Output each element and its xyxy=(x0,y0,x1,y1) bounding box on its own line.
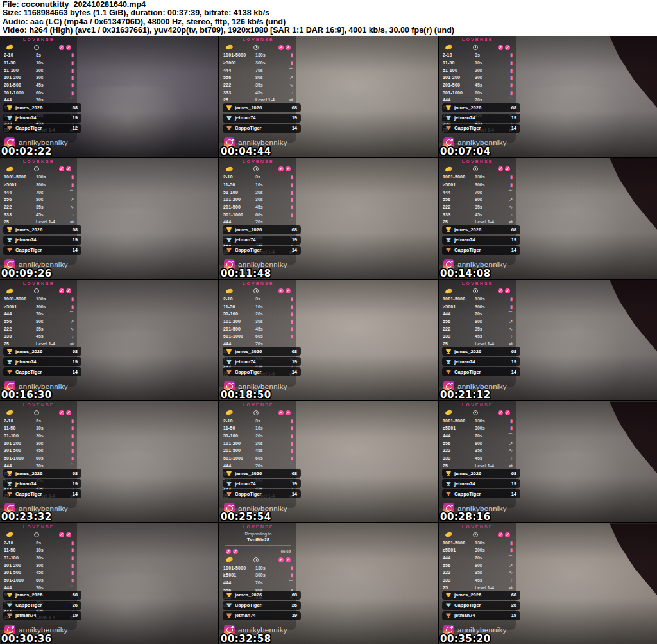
leaderboard-row: james_202668 xyxy=(442,591,520,600)
tip-duration-value: 45s xyxy=(255,448,278,453)
tip-duration-value: Level 1-4 xyxy=(255,98,278,102)
tip-amount-label: 333 xyxy=(443,456,475,460)
tip-menu-row: 55680s↗ xyxy=(443,318,513,326)
vibration-intensity-icon: ▮ xyxy=(510,419,513,423)
tip-duration-value: 70s xyxy=(36,586,59,590)
file-info-header: File: coconutkitty_202410281640.mp4 Size… xyxy=(0,0,657,36)
tip-duration-value: 300s xyxy=(475,304,498,309)
vibration-intensity-icon: ▮ xyxy=(71,441,74,446)
tip-duration-value: 10s xyxy=(475,60,498,65)
tip-duration-value: 45s xyxy=(475,213,498,217)
vibration-intensity-icon: ▮ xyxy=(71,182,74,187)
leaderboard-username: james_2026 xyxy=(235,592,288,598)
tip-menu-icon-row xyxy=(223,408,293,417)
tip-duration-value: 60s xyxy=(255,456,278,460)
leaderboard-username: jetman74 xyxy=(454,613,508,618)
token-coin-icon xyxy=(6,532,14,538)
tip-menu-row: 201-50045s▮ xyxy=(4,447,74,455)
tip-duration-value: 35s xyxy=(475,448,498,453)
file-info-line-audio: Audio: aac (LC) (mp4a / 0x6134706D), 480… xyxy=(3,18,657,26)
tip-menu-row: 11-5010s▮ xyxy=(223,424,293,432)
leaderboard-username: CappoTiger xyxy=(235,247,288,253)
leaderboard-score: 68 xyxy=(292,471,297,476)
vibration-pattern-icon: ⌒ xyxy=(289,464,293,468)
tip-menu-row: 11-5010s▮ xyxy=(4,59,74,67)
trophy-icon xyxy=(446,370,451,374)
leaderboard-username: jetman74 xyxy=(15,359,69,365)
no-photo-icon xyxy=(59,410,64,415)
tip-amount-label: 2-10 xyxy=(223,419,255,423)
tip-duration-value: 45s xyxy=(36,570,59,575)
tip-menu-icon-row xyxy=(4,43,74,51)
tip-duration-value: Level 1-4 xyxy=(475,342,498,346)
no-photo-icon xyxy=(59,532,64,537)
tip-duration-value: 10s xyxy=(36,60,59,65)
tip-menu-icon-row xyxy=(223,43,293,51)
vibration-intensity-icon: ▮ xyxy=(510,83,513,87)
tip-amount-label: 222 xyxy=(223,83,255,87)
tip-menu-row: 51-10020s▮ xyxy=(223,310,293,318)
vibration-intensity-icon: ▮ xyxy=(71,433,74,438)
leaderboard-username: james_2026 xyxy=(235,349,288,354)
tip-menu-row: 44470s⌒ xyxy=(223,579,293,587)
tip-amount-label: 1001-5000 xyxy=(223,566,255,570)
tip-amount-label: ≥5001 xyxy=(443,304,475,309)
leaderboard-score: 19 xyxy=(511,359,516,365)
tip-menu-row: 2-103s▮ xyxy=(223,173,293,181)
tipper-leaderboard: james_202668jetman7419CappoTiger14 xyxy=(442,347,520,376)
tip-duration-value: 10s xyxy=(36,426,59,430)
leaderboard-username: james_2026 xyxy=(454,105,508,110)
video-thumbnail: LOVENSE 2-103s▮11-5010s▮51-10020s▮101-20… xyxy=(219,158,438,279)
leaderboard-row: CappoTiger26 xyxy=(3,601,81,610)
trophy-icon xyxy=(226,105,232,110)
tip-duration-value: 70s xyxy=(475,555,498,560)
tip-amount-label: 2-10 xyxy=(4,419,36,423)
leaderboard-row: jetman7419 xyxy=(442,611,520,620)
tip-menu-rows: 1001-5000130s▮≥5001300s▮44470s⌒55680s↗22… xyxy=(443,173,513,226)
tip-duration-value: 80s xyxy=(255,75,278,80)
leaderboard-row: james_202668 xyxy=(442,347,520,356)
tip-amount-label: 51-100 xyxy=(4,68,36,73)
tip-amount-label: 556 xyxy=(443,319,475,324)
leaderboard-row: james_202668 xyxy=(223,347,301,356)
vibration-intensity-icon: ▮ xyxy=(510,426,513,430)
tip-menu-row: 22235s∿ xyxy=(443,204,513,211)
leaderboard-score: 14 xyxy=(292,369,297,375)
vibration-pattern-icon: ⌒ xyxy=(69,311,74,316)
tip-duration-value: 300s xyxy=(475,426,498,430)
frame-timestamp: 00:21:12 xyxy=(440,389,491,400)
tip-amount-label: 201-500 xyxy=(223,327,255,331)
leaderboard-score: 12 xyxy=(73,125,78,131)
vibration-intensity-icon: ▮ xyxy=(71,91,74,95)
tip-amount-label: 333 xyxy=(4,213,36,217)
tip-amount-label: 11-50 xyxy=(4,548,36,552)
tip-menu-row: 44470s⌒ xyxy=(443,188,513,196)
leaderboard-row: CappoTiger14 xyxy=(3,367,81,376)
tip-amount-label: 501-1000 xyxy=(4,456,36,460)
token-coin-icon xyxy=(6,44,14,50)
tip-duration-value: 70s xyxy=(255,580,278,585)
tip-menu-row: 2-103s▮ xyxy=(443,51,513,59)
leaderboard-score: 14 xyxy=(292,247,297,253)
tip-amount-label: 444 xyxy=(443,98,475,102)
tip-amount-label: 2-10 xyxy=(4,53,36,57)
vibration-intensity-icon: ▮ xyxy=(510,53,513,57)
tip-menu-row: 1001-5000130s▮ xyxy=(443,173,513,181)
tip-menu-row: 101-20030s▮ xyxy=(443,74,513,82)
lovense-brand-label: LOVENSE xyxy=(4,159,74,165)
duration-clock-icon xyxy=(473,166,478,171)
tip-duration-value: 45s xyxy=(36,213,59,217)
tip-amount-label: 25 xyxy=(4,342,36,346)
tip-menu-row: 2-103s▮ xyxy=(4,417,74,424)
leaderboard-score: 68 xyxy=(292,105,297,110)
video-thumbnail: LOVENSE 1001-5000130s▮≥5001300s▮44470s⌒5… xyxy=(219,36,438,157)
lovense-brand-label: LOVENSE xyxy=(223,159,293,165)
tip-menu-row: 201-50045s▮ xyxy=(223,325,293,333)
tip-menu-row: ≥5001300s▮ xyxy=(4,302,74,310)
tip-duration-value: 300s xyxy=(475,548,498,552)
leaderboard-row: james_202668 xyxy=(442,469,520,478)
vibration-intensity-icon: ▮ xyxy=(291,327,293,331)
leaderboard-username: jetman74 xyxy=(15,613,69,618)
tip-menu-row: 1001-5000130s▮ xyxy=(4,173,74,181)
tip-amount-label: 333 xyxy=(443,334,475,338)
